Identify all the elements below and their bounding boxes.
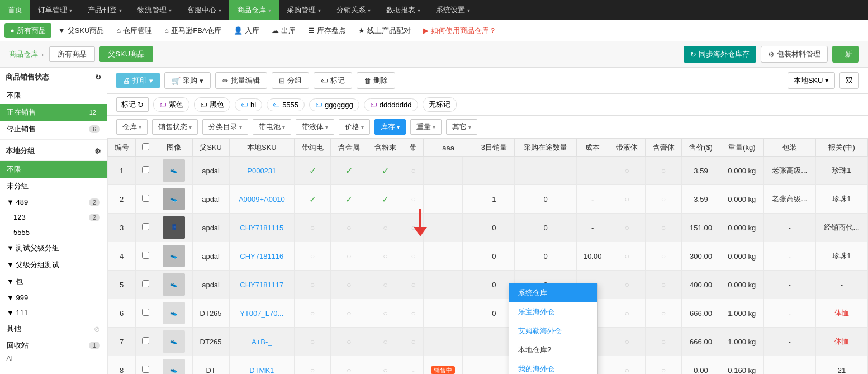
row-checkbox[interactable] <box>142 366 149 373</box>
cell-parent-sku: apdal <box>192 271 229 299</box>
cell-local-sku[interactable]: CHY7181117 <box>229 271 294 299</box>
dropdown-item-my-overseas[interactable]: 我的海外仓 <box>509 359 597 374</box>
cell-check[interactable] <box>136 242 155 271</box>
subnav-fba[interactable]: ⌂ 亚马逊FBA仓库 <box>159 22 227 39</box>
cell-local-sku[interactable]: CHY7181116 <box>229 242 294 271</box>
nav-home[interactable]: 首页 <box>0 0 30 20</box>
group-other[interactable]: 其他 ⊘ <box>0 320 107 337</box>
nav-purchase[interactable]: 采购管理▾ <box>279 0 329 20</box>
group-recycle[interactable]: 回收站 1 <box>0 337 107 354</box>
row-checkbox[interactable] <box>142 337 149 344</box>
dropdown-item-aimule[interactable]: 艾姆勒海外仓 <box>509 321 597 340</box>
row-checkbox[interactable] <box>142 166 149 173</box>
group-test-parent[interactable]: ▼ 测试父级分组 <box>0 240 107 257</box>
row-checkbox[interactable] <box>142 252 149 259</box>
cell-check[interactable] <box>136 157 155 185</box>
tag-hl[interactable]: 🏷 hl <box>235 98 262 111</box>
filter-liquid[interactable]: 带液体 ▾ <box>296 119 334 135</box>
cell-check[interactable] <box>136 185 155 214</box>
sales-status-stopped[interactable]: 停止销售 6 <box>0 121 107 138</box>
filter-sales-status[interactable]: 销售状态 ▾ <box>152 119 198 135</box>
tab-all-goods[interactable]: 所有商品 <box>49 46 95 62</box>
cell-check[interactable] <box>136 214 155 242</box>
group-parent-test[interactable]: ▼ 父级分组测试 <box>0 257 107 273</box>
filter-inventory[interactable]: 库存 ▾ <box>374 119 406 135</box>
filter-price[interactable]: 价格 ▾ <box>339 119 370 135</box>
tag-purple[interactable]: 🏷 紫色 <box>153 97 189 112</box>
cell-local-sku[interactable]: A+B-_ <box>229 328 294 356</box>
dropdown-item-local2[interactable]: 本地仓库2 <box>509 340 597 359</box>
group-button[interactable]: ⊞ 分组 <box>272 72 309 89</box>
nav-warehouse[interactable]: 商品仓库▾ <box>229 0 279 20</box>
group-settings-icon[interactable]: ⚙ <box>94 147 101 155</box>
group-5555[interactable]: 5555 <box>0 225 107 240</box>
group-bao[interactable]: ▼ 包 <box>0 273 107 290</box>
nav-reports[interactable]: 数据报表▾ <box>378 0 428 20</box>
cell-check[interactable] <box>136 356 155 375</box>
subnav-all-goods[interactable]: ● 所有商品 <box>4 23 51 38</box>
tab-parent-sku[interactable]: 父SKU商品 <box>99 46 153 62</box>
row-checkbox[interactable] <box>142 309 149 316</box>
group-999[interactable]: ▼ 999 <box>0 290 107 305</box>
cell-cream: ○ <box>645 356 681 375</box>
subnav-outbound[interactable]: ☁ 出库 <box>266 22 301 39</box>
group-489[interactable]: ▼ 489 2 <box>0 195 107 210</box>
cell-local-sku[interactable]: YT007_L70... <box>229 299 294 328</box>
cell-local-sku[interactable]: CHY7181115 <box>229 214 294 242</box>
cell-check[interactable] <box>136 299 155 328</box>
row-checkbox[interactable] <box>142 223 149 230</box>
nav-orders[interactable]: 订单管理▾ <box>30 0 80 20</box>
tag-refresh-btn[interactable]: 标记 ↻ <box>116 97 149 112</box>
nav-logistics[interactable]: 物流管理▾ <box>130 0 179 20</box>
subnav-warehouse-manage[interactable]: ⌂ 仓库管理 <box>111 22 158 39</box>
delete-button[interactable]: 🗑 删除 <box>357 72 395 89</box>
tag-dddddddd[interactable]: 🏷 dddddddd <box>364 98 418 111</box>
col-check[interactable] <box>136 139 155 157</box>
row-checkbox[interactable] <box>142 195 149 202</box>
dual-button[interactable]: 双 <box>839 72 859 89</box>
nav-products[interactable]: 产品刊登▾ <box>80 0 130 20</box>
tag-black[interactable]: 🏷 黑色 <box>194 97 230 112</box>
packaging-button[interactable]: ⚙ 包装材料管理 <box>761 46 828 63</box>
subnav-parent-sku[interactable]: ▼ 父SKU商品 <box>53 22 110 39</box>
tag-5555[interactable]: 🏷 5555 <box>267 98 305 111</box>
tag-ggggggg[interactable]: 🏷 ggggggg <box>309 98 359 111</box>
group-ungrouped[interactable]: 未分组 <box>0 178 107 195</box>
filter-category[interactable]: 分类目录 ▾ <box>202 119 248 135</box>
select-all-checkbox[interactable] <box>142 143 149 150</box>
cell-local-sku[interactable]: A0009+A0010 <box>229 185 294 214</box>
cell-local-sku[interactable]: P000231 <box>229 157 294 185</box>
filter-warehouse[interactable]: 仓库 ▾ <box>116 119 148 135</box>
filter-battery[interactable]: 带电池 ▾ <box>253 119 291 135</box>
group-123[interactable]: 123 2 <box>0 210 107 225</box>
print-button[interactable]: 🖨 打印 ▾ <box>116 73 160 88</box>
nav-settings[interactable]: 系统设置▾ <box>428 0 478 20</box>
cell-check[interactable] <box>136 271 155 299</box>
dropdown-item-system-warehouse[interactable]: 系统仓库 <box>509 283 597 302</box>
row-checkbox[interactable] <box>142 280 149 287</box>
cell-local-sku[interactable]: DTMK1 <box>229 356 294 375</box>
group-all[interactable]: 不限 <box>0 161 107 178</box>
batch-edit-button[interactable]: ✏ 批量编辑 <box>215 72 267 89</box>
subnav-matching[interactable]: ★ 线上产品配对 <box>353 22 416 39</box>
nav-distribution[interactable]: 分销关系▾ <box>329 0 378 20</box>
cell-check[interactable] <box>136 328 155 356</box>
subnav-howto[interactable]: ▶ 如何使用商品仓库？ <box>418 22 502 39</box>
subnav-inbound[interactable]: 👤 入库 <box>228 22 265 39</box>
sales-status-all[interactable]: 不限 <box>0 87 107 104</box>
sync-overseas-button[interactable]: ↻ 同步海外仓库存 <box>684 46 756 63</box>
refresh-icon[interactable]: ↻ <box>95 73 101 82</box>
sku-selector[interactable]: 本地SKU ▾ <box>788 72 835 89</box>
add-button[interactable]: + 新 <box>832 46 859 63</box>
group-111[interactable]: ▼ 111 <box>0 305 107 320</box>
breadcrumb-parent-link[interactable]: 商品仓库 <box>9 49 38 59</box>
dropdown-item-lebao[interactable]: 乐宝海外仓 <box>509 302 597 321</box>
filter-weight[interactable]: 重量 ▾ <box>410 119 442 135</box>
nav-service[interactable]: 客服中心▾ <box>179 0 229 20</box>
tag-no-tag[interactable]: 无标记 <box>423 97 457 112</box>
subnav-inventory[interactable]: ☰ 库存盘点 <box>302 22 352 39</box>
purchase-button[interactable]: 🛒 采购 ▾ <box>164 72 211 89</box>
filter-other[interactable]: 其它 ▾ <box>446 119 477 135</box>
sales-status-selling[interactable]: 正在销售 12 <box>0 104 107 121</box>
tag-button[interactable]: 🏷 标记 <box>314 72 352 89</box>
